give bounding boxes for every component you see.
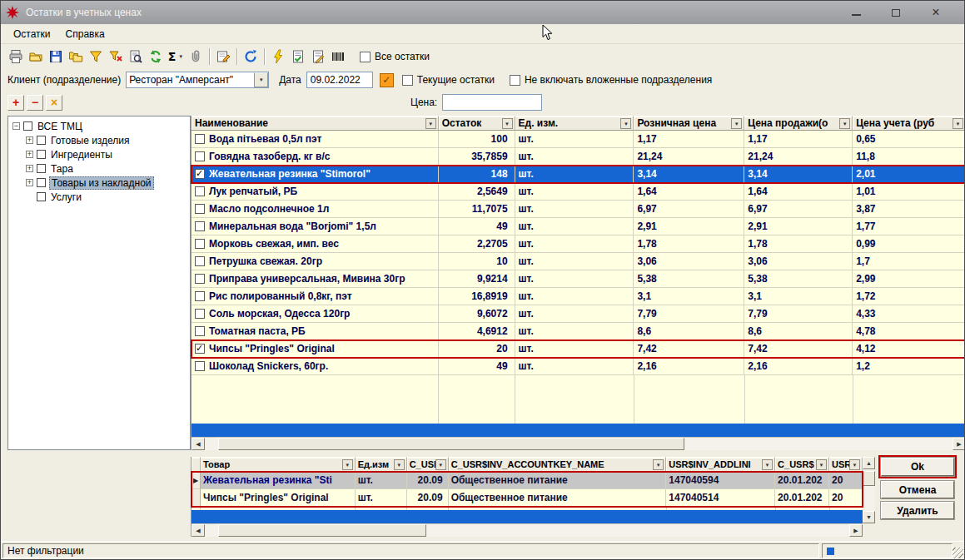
filter-dropdown-icon[interactable]: ▼ [839,118,850,129]
column-header[interactable]: Наименование▼ [192,116,439,131]
clear-button[interactable]: × [46,95,62,111]
refresh-icon[interactable] [241,47,261,67]
filter-dropdown-icon[interactable]: ▼ [502,118,513,129]
table-row[interactable]: Морковь свежая, имп. вес2,2705шт.1,781,7… [192,235,965,253]
filter-dropdown-icon[interactable]: ▼ [620,118,631,129]
table-row[interactable]: Масло подсолнечное 1л11,7075шт.6,976,973… [192,201,965,218]
delete-button[interactable]: Удалить [881,502,954,519]
filter-icon[interactable] [86,47,106,67]
scroll-up-icon[interactable]: ▲ [863,457,875,469]
table-row[interactable]: Лук репчатый, РБ2,5649шт.1,641,641,01 [192,183,965,201]
row-checkbox-icon[interactable] [195,151,205,161]
current-balances-checkbox[interactable]: Текущие остатки [402,74,495,86]
table-row[interactable]: Шоколад Snickers, 60гр.49шт.2,162,161,2 [192,358,965,375]
date-input[interactable]: 09.02.2022 [306,72,373,88]
row-checkbox-icon[interactable] [195,221,205,231]
scrollbar-thumb[interactable] [218,524,426,537]
filter-dropdown-icon[interactable]: ▼ [435,459,446,470]
attach-icon[interactable] [186,47,206,67]
table-row[interactable]: Томатная паста, РБ4,6912шт.8,68,64,78 [192,323,965,340]
row-checkbox-icon[interactable] [195,309,205,319]
filter-clear-icon[interactable] [106,47,126,67]
scroll-left-icon[interactable]: ◀ [192,524,205,537]
exclude-nested-checkbox[interactable]: Не включать вложенные подразделения [510,74,712,86]
client-combobox[interactable]: Ресторан "Амперсант" ▼ [126,72,269,88]
tree-checkbox-icon[interactable] [23,121,32,131]
column-header[interactable]: Цена учета (руб▼ [853,116,965,131]
expand-icon[interactable]: + [26,136,33,144]
resize-grip[interactable] [953,548,963,558]
menu-ostatki[interactable]: Остатки [6,27,58,42]
close-button[interactable]: × [916,2,956,23]
table-row[interactable]: Говядна тазоберд. кг в/с35,7859шт.21,242… [192,148,965,166]
row-checkbox-icon[interactable] [195,169,205,179]
ok-button[interactable]: Ok [881,458,954,476]
export-icon[interactable] [66,47,86,67]
scrollbar-track[interactable] [205,524,849,537]
journal-icon[interactable] [308,47,328,67]
column-header[interactable]: Розничная цена▼ [634,116,744,131]
tree-checkbox-icon[interactable] [37,136,46,145]
expand-icon[interactable]: + [26,179,33,186]
detail-table-vscrollbar[interactable]: ▲ ▼ [863,457,875,523]
detail-row[interactable]: ▶Жевательная резинка "Stiшт.20.09Обществ… [192,472,863,489]
table-row[interactable]: Петрушка свежая. 20гр10шт.3,063,061,7 [192,253,965,270]
filter-dropdown-icon[interactable]: ▼ [731,118,742,129]
tree-item-root[interactable]: −ВСЕ ТМЦ [8,119,190,133]
scroll-right-icon[interactable]: ▶ [849,524,863,537]
column-header[interactable]: Цена продажи(о▼ [744,116,853,131]
scrollbar-thumb[interactable] [863,471,875,486]
column-header[interactable]: Остаток▼ [439,116,515,131]
column-header[interactable]: C_USI▼ [407,457,449,472]
table-row[interactable]: Чипсы "Pringles" Original20шт.7,427,424,… [192,340,965,358]
scrollbar-track[interactable] [205,438,953,450]
row-checkbox-icon[interactable] [195,291,205,301]
print-icon[interactable] [6,47,26,67]
column-header[interactable]: USR$▼ [829,457,863,472]
remove-button[interactable]: − [27,95,43,111]
flash-icon[interactable] [268,47,288,67]
cancel-button[interactable]: Отмена [881,481,954,498]
sum-icon[interactable]: Σ▼ [166,47,186,67]
column-header[interactable]: Товар▼ [201,457,356,472]
column-header[interactable]: Ед.изм▼ [356,457,407,472]
table-row[interactable]: Приправа универсальная, Мивина 30гр9,921… [192,270,965,288]
scroll-right-icon[interactable]: ▶ [953,438,965,450]
expand-icon[interactable]: + [26,151,33,158]
scroll-left-icon[interactable]: ◀ [192,438,205,450]
expand-icon[interactable]: + [26,165,33,172]
filter-dropdown-icon[interactable]: ▼ [425,118,436,129]
row-checkbox-icon[interactable] [195,361,205,371]
column-header[interactable]: C_USR$INV_ACCOUNTKEY_NAME▼ [449,457,667,472]
row-checkbox-icon[interactable] [195,344,205,354]
maximize-button[interactable] [876,2,916,23]
apply-date-checkbox[interactable]: ✓ [380,73,394,87]
detail-row[interactable]: Чипсы "Pringles" Originalшт.20.09Обществ… [192,489,863,507]
barcode-icon[interactable] [328,47,348,67]
filter-dropdown-icon[interactable]: ▼ [762,459,773,470]
menu-spravka[interactable]: Справка [58,27,112,42]
tree-checkbox-icon[interactable] [37,164,46,173]
tree-item[interactable]: +Тара [8,161,190,176]
scroll-down-icon[interactable]: ▼ [863,511,875,523]
row-checkbox-icon[interactable] [195,204,205,214]
scrollbar-thumb[interactable] [218,438,684,450]
column-header[interactable]: Ед. изм.▼ [515,116,634,131]
row-checkbox-icon[interactable] [195,326,205,336]
all-balances-checkbox[interactable]: Все остатки [360,51,430,62]
tree-item[interactable]: +Готовые изделия [8,133,190,147]
row-checkbox-icon[interactable] [195,186,205,196]
table-row[interactable]: Минеральная вода "Borjomi" 1,5л49шт.2,91… [192,218,965,235]
tree-checkbox-icon[interactable] [37,150,46,159]
preview-icon[interactable] [126,47,146,67]
refresh-data-icon[interactable] [146,47,166,67]
chevron-down-icon[interactable]: ▼ [254,72,268,87]
tree-checkbox-icon[interactable] [37,178,46,187]
table-row[interactable]: Рис полированный 0,8кг, пэт16,8919шт.3,1… [192,288,965,305]
minimize-button[interactable] [836,2,876,23]
row-checkbox-icon[interactable] [195,134,205,144]
save-icon[interactable] [46,47,66,67]
report-icon[interactable] [288,47,308,67]
table-row[interactable]: Соль морская, Одесса 120гр9,6072шт.7,797… [192,305,965,323]
row-checkbox-icon[interactable] [195,256,205,266]
